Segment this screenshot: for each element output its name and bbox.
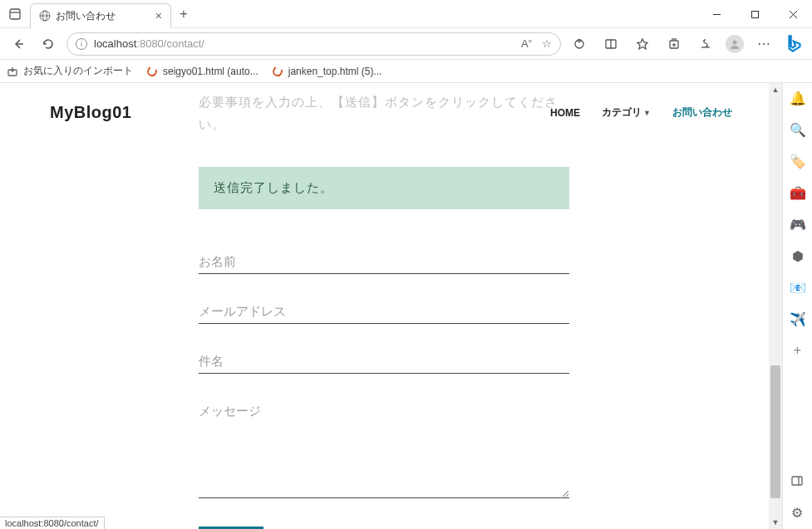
- svg-point-18: [733, 40, 737, 44]
- browser-titlebar: お問い合わせ × +: [0, 0, 812, 28]
- site-nav: HOME カテゴリ▼ お問い合わせ: [550, 105, 732, 120]
- svg-rect-20: [792, 477, 802, 485]
- import-icon: [7, 66, 18, 77]
- contact-form-container: 必要事項を入力の上、【送信】ボタンをクリックしてください。 送信完了しました。 …: [199, 91, 569, 529]
- url-path: :8080/contact/: [136, 37, 204, 50]
- site-title[interactable]: MyBlog01: [50, 103, 131, 122]
- tag-icon[interactable]: 🏷️: [790, 153, 806, 169]
- browser-tab[interactable]: お問い合わせ ×: [30, 3, 171, 28]
- reading-mode-icon[interactable]: A»: [521, 37, 532, 50]
- form-instruction: 必要事項を入力の上、【送信】ボタンをクリックしてください。: [199, 91, 569, 135]
- add-sidebar-icon[interactable]: +: [790, 342, 806, 359]
- status-bar-url: localhost:8080/contact/: [0, 517, 105, 529]
- svg-point-11: [578, 39, 581, 42]
- bookmarks-bar: お気に入りのインポート seigyo01.html (auto... janke…: [0, 60, 812, 83]
- back-button[interactable]: [7, 32, 30, 56]
- import-favorites[interactable]: お気に入りのインポート: [7, 64, 133, 78]
- bell-icon[interactable]: 🔔: [790, 90, 806, 106]
- name-field[interactable]: [199, 249, 569, 274]
- new-tab-button[interactable]: +: [171, 7, 196, 22]
- bookmark-janken[interactable]: janken_top.html (5)...: [272, 66, 382, 77]
- favorite-icon[interactable]: ☆: [542, 37, 552, 50]
- sidebar-toggle-icon[interactable]: [789, 473, 805, 489]
- message-field[interactable]: [199, 399, 569, 498]
- success-alert: 送信完了しました。: [199, 167, 569, 209]
- chevron-down-icon: ▼: [643, 109, 651, 117]
- svg-point-10: [575, 40, 583, 48]
- refresh-button[interactable]: [37, 32, 60, 56]
- favorites-icon[interactable]: [631, 32, 654, 56]
- split-screen-icon[interactable]: [599, 32, 623, 56]
- subject-field[interactable]: [199, 349, 569, 374]
- close-window-button[interactable]: [774, 0, 812, 28]
- file-icon: [146, 66, 158, 77]
- site-info-icon[interactable]: i: [76, 38, 87, 50]
- url-host: localhost: [94, 37, 136, 50]
- minimize-button[interactable]: [697, 0, 736, 28]
- outlook-icon[interactable]: 📧: [790, 279, 806, 296]
- collections-icon[interactable]: [662, 32, 686, 56]
- email-field[interactable]: [199, 299, 569, 324]
- nav-contact[interactable]: お問い合わせ: [672, 105, 732, 120]
- tabs-overview-icon[interactable]: [5, 4, 25, 24]
- bookmark-seigyo[interactable]: seigyo01.html (auto...: [146, 66, 258, 77]
- globe-icon: [39, 10, 51, 22]
- games-icon[interactable]: 🎮: [790, 216, 806, 233]
- more-menu-icon[interactable]: ⋯: [752, 32, 775, 56]
- page-content: MyBlog01 HOME カテゴリ▼ お問い合わせ 必要事項を入力の上、【送信…: [0, 83, 782, 529]
- tab-title: お問い合わせ: [56, 9, 116, 23]
- maximize-button[interactable]: [736, 0, 774, 28]
- browser-toolbar: i localhost:8080/contact/ A» ☆ ⋯: [0, 28, 812, 60]
- svg-rect-6: [751, 11, 758, 17]
- close-tab-icon[interactable]: ×: [155, 9, 162, 22]
- svg-rect-0: [10, 9, 20, 19]
- toolbox-icon[interactable]: 🧰: [790, 184, 806, 201]
- bing-icon[interactable]: [784, 33, 805, 55]
- search-icon[interactable]: 🔍: [790, 121, 806, 138]
- send-icon[interactable]: ✈️: [790, 311, 806, 327]
- extensions-icon[interactable]: [568, 32, 591, 56]
- edge-sidebar: 🔔 🔍 🏷️ 🧰 🎮 ⬢ 📧 ✈️ +: [782, 83, 812, 529]
- nav-category[interactable]: カテゴリ▼: [602, 105, 651, 120]
- profile-avatar[interactable]: [726, 35, 744, 53]
- address-bar[interactable]: i localhost:8080/contact/ A» ☆: [66, 32, 561, 56]
- shopping-icon[interactable]: [694, 32, 717, 56]
- office-icon[interactable]: ⬢: [790, 247, 806, 264]
- file-icon: [272, 66, 283, 77]
- settings-icon[interactable]: ⚙: [789, 504, 805, 521]
